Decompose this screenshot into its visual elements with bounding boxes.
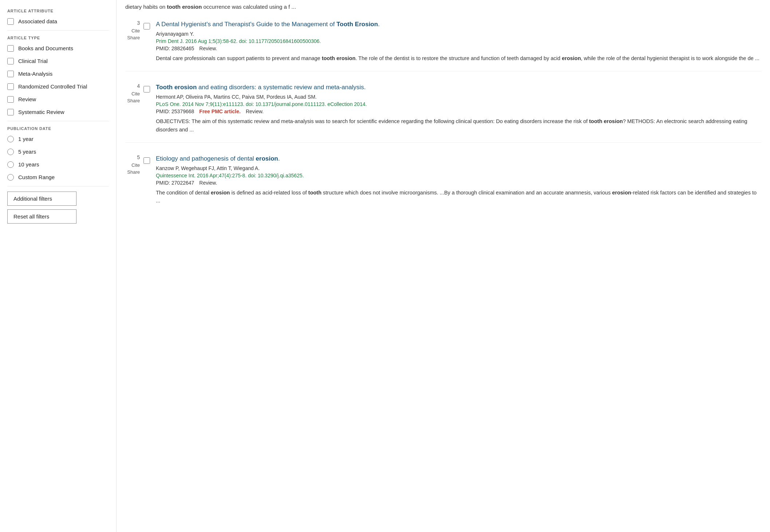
result-item-4: 4 Cite Share Tooth erosion and eating di… — [125, 83, 761, 143]
result-4-title[interactable]: Tooth erosion and eating disorders: a sy… — [156, 83, 761, 92]
result-5-checkbox-col[interactable] — [144, 154, 156, 164]
result-4-abstract: OBJECTIVES: The aim of this systematic r… — [156, 117, 761, 134]
result-5-body: Etiology and pathogenesis of dental eros… — [156, 154, 761, 205]
result-4-checkbox[interactable] — [144, 86, 150, 92]
main-content: dietary habits on tooth erosion occurren… — [117, 0, 770, 532]
filter-1year[interactable]: 1 year — [7, 135, 109, 143]
result-5-review-tag: Review. — [199, 180, 217, 186]
result-3-journal: Prim Dent J. 2016 Aug 1;5(3):58-62. doi:… — [156, 38, 761, 44]
result-3-cite[interactable]: Cite — [131, 28, 140, 34]
clinical-trial-checkbox[interactable] — [7, 58, 14, 64]
result-4-checkbox-col[interactable] — [144, 83, 156, 92]
result-3-review-tag: Review. — [199, 46, 217, 51]
additional-filters-button[interactable]: Additional filters — [7, 192, 76, 206]
5years-radio[interactable] — [7, 149, 14, 155]
filter-rct[interactable]: Randomized Controlled Trial — [7, 83, 109, 90]
review-checkbox[interactable] — [7, 96, 14, 103]
result-5-authors: Kanzow P, Wegehaupt FJ, Attin T, Wiegand… — [156, 165, 761, 171]
filter-associated-data[interactable]: Associated data — [7, 17, 109, 25]
result-4-journal: PLoS One. 2014 Nov 7;9(11):e111123. doi:… — [156, 101, 761, 107]
result-4-title-keyword: Tooth erosion — [156, 84, 197, 91]
result-5-title-keyword: erosion — [256, 155, 278, 162]
filter-custom-range[interactable]: Custom Range — [7, 173, 109, 181]
result-5-checkbox[interactable] — [144, 157, 150, 164]
result-4-left: 4 Cite Share — [125, 83, 144, 105]
associated-data-label: Associated data — [18, 17, 57, 25]
result-5-title[interactable]: Etiology and pathogenesis of dental eros… — [156, 154, 761, 163]
books-documents-label: Books and Documents — [18, 44, 73, 52]
books-documents-checkbox[interactable] — [7, 45, 14, 52]
systematic-review-label: Systematic Review — [18, 108, 64, 116]
result-3-number: 3 — [137, 20, 140, 26]
result-4-number: 4 — [137, 83, 140, 89]
sidebar: ARTICLE ATTRIBUTE Associated data ARTICL… — [0, 0, 117, 532]
article-type-section-label: ARTICLE TYPE — [7, 36, 109, 40]
meta-analysis-checkbox[interactable] — [7, 71, 14, 77]
1year-radio[interactable] — [7, 136, 14, 142]
result-4-authors: Hermont AP, Oliveira PA, Martins CC, Pai… — [156, 94, 761, 100]
custom-range-radio[interactable] — [7, 174, 14, 181]
review-label: Review — [18, 95, 36, 103]
custom-range-label: Custom Range — [18, 173, 55, 181]
divider-2 — [7, 121, 109, 121]
result-5-abstract: The condition of dental erosion is defin… — [156, 189, 761, 205]
filter-clinical-trial[interactable]: Clinical Trial — [7, 57, 109, 65]
result-4-free-pmc[interactable]: Free PMC article. — [199, 109, 241, 114]
result-3-checkbox-col[interactable] — [144, 20, 156, 29]
result-3-title-keyword: Tooth Erosion — [337, 21, 378, 28]
rct-checkbox[interactable] — [7, 83, 14, 90]
result-4-pmid-row: PMID: 25379668 Free PMC article. Review. — [156, 109, 761, 114]
top-snippet: dietary habits on tooth erosion occurren… — [125, 4, 761, 13]
result-4-share[interactable]: Share — [127, 98, 140, 103]
result-3-body: A Dental Hygienist's and Therapist's Gui… — [156, 20, 761, 62]
result-3-abstract: Dental care professionals can support pa… — [156, 54, 761, 62]
result-3-authors: Ariyanayagam Y. — [156, 31, 761, 37]
result-4-review-tag: Review. — [246, 109, 264, 114]
result-item-5: 5 Cite Share Etiology and pathogenesis o… — [125, 154, 761, 214]
result-5-share[interactable]: Share — [127, 169, 140, 175]
result-3-share[interactable]: Share — [127, 35, 140, 40]
5years-label: 5 years — [18, 148, 36, 155]
result-5-cite[interactable]: Cite — [131, 162, 140, 168]
meta-analysis-label: Meta-Analysis — [18, 70, 52, 78]
associated-data-checkbox[interactable] — [7, 18, 14, 25]
result-4-body: Tooth erosion and eating disorders: a sy… — [156, 83, 761, 134]
filter-review[interactable]: Review — [7, 95, 109, 103]
result-3-pmid: PMID: 28826465 — [156, 46, 194, 51]
result-3-pmid-row: PMID: 28826465 Review. — [156, 46, 761, 51]
1year-label: 1 year — [18, 135, 34, 143]
result-3-checkbox[interactable] — [144, 23, 150, 29]
result-5-left: 5 Cite Share — [125, 154, 144, 176]
filter-books-documents[interactable]: Books and Documents — [7, 44, 109, 52]
result-3-left: 3 Cite Share — [125, 20, 144, 42]
divider-1 — [7, 30, 109, 31]
filter-5years[interactable]: 5 years — [7, 148, 109, 155]
result-4-cite[interactable]: Cite — [131, 91, 140, 96]
result-5-pmid: PMID: 27022647 — [156, 180, 194, 186]
divider-3 — [7, 186, 109, 186]
10years-label: 10 years — [18, 161, 39, 168]
result-4-pmid: PMID: 25379668 — [156, 109, 194, 114]
rct-label: Randomized Controlled Trial — [18, 83, 87, 90]
result-5-pmid-row: PMID: 27022647 Review. — [156, 180, 761, 186]
article-attribute-section-label: ARTICLE ATTRIBUTE — [7, 9, 109, 13]
result-5-journal: Quintessence Int. 2016 Apr;47(4):275-8. … — [156, 173, 761, 178]
filter-systematic-review[interactable]: Systematic Review — [7, 108, 109, 116]
filter-10years[interactable]: 10 years — [7, 161, 109, 168]
publication-date-section-label: PUBLICATION DATE — [7, 126, 109, 131]
result-item-3: 3 Cite Share A Dental Hygienist's and Th… — [125, 20, 761, 71]
10years-radio[interactable] — [7, 161, 14, 168]
result-5-number: 5 — [137, 154, 140, 160]
clinical-trial-label: Clinical Trial — [18, 57, 48, 65]
result-3-title[interactable]: A Dental Hygienist's and Therapist's Gui… — [156, 20, 761, 29]
systematic-review-checkbox[interactable] — [7, 109, 14, 115]
snippet-bold-keyword: tooth erosion — [167, 4, 202, 10]
reset-filters-button[interactable]: Reset all filters — [7, 209, 76, 224]
filter-meta-analysis[interactable]: Meta-Analysis — [7, 70, 109, 78]
